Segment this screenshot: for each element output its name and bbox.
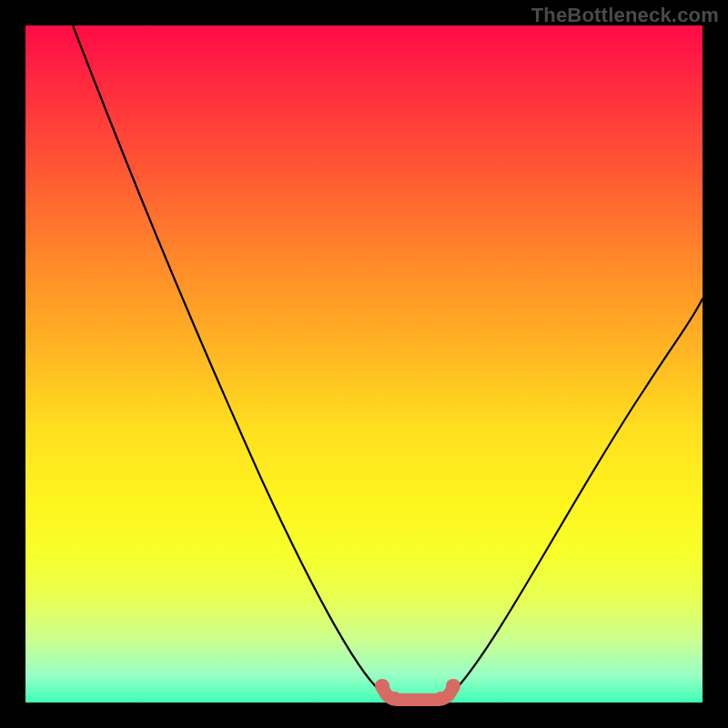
valley-marker-dot (375, 679, 389, 693)
right-branch-curve (451, 298, 703, 694)
outer-frame: TheBottleneck.com (0, 0, 728, 728)
plot-area (25, 25, 703, 703)
valley-marker-dot (446, 679, 460, 693)
valley-marker-dot (403, 693, 416, 706)
left-branch-curve (73, 25, 385, 694)
valley-marker-dot (434, 692, 447, 704)
valley-marker-dot (420, 693, 432, 706)
watermark-text: TheBottleneck.com (531, 4, 719, 27)
valley-marker-dot (389, 692, 401, 704)
chart-svg (25, 25, 703, 703)
